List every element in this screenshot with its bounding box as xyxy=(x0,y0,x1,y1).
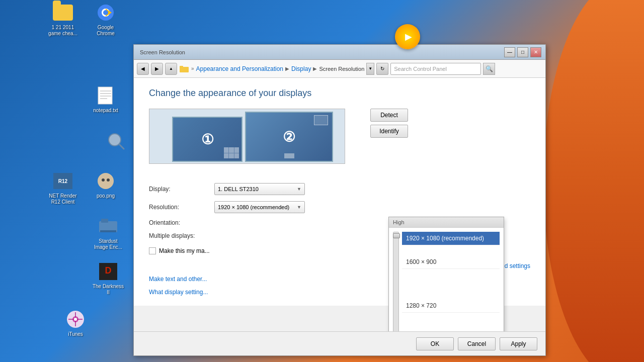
page-title: Change the appearance of your displays xyxy=(149,88,530,99)
desktop-icon-stardust[interactable]: StardustImage Enc... xyxy=(88,216,128,250)
monitor-1-number: ① xyxy=(201,131,214,148)
svg-rect-14 xyxy=(101,219,108,223)
desktop-icons-area: 1 21 2011game chea... GoogleChrome xyxy=(0,0,136,362)
detect-identify-buttons: Detect Identify xyxy=(370,109,408,138)
refresh-button[interactable]: ↻ xyxy=(376,63,388,75)
apply-button[interactable]: Apply xyxy=(500,337,537,350)
up-button[interactable]: ▲ xyxy=(165,63,177,75)
forward-button[interactable]: ▶ xyxy=(151,63,163,75)
make-text-link[interactable]: Make text and other... xyxy=(149,276,207,283)
desktop-icon-gamecheat[interactable]: 1 21 2011game chea... xyxy=(43,3,83,37)
play-button[interactable] xyxy=(395,24,420,49)
detect-button[interactable]: Detect xyxy=(370,109,408,122)
desktop-icon-chrome[interactable]: GoogleChrome xyxy=(86,3,126,37)
breadcrumb-display[interactable]: Display xyxy=(291,65,311,72)
monitor-1[interactable]: ① xyxy=(172,117,243,162)
display-preview: ① ② xyxy=(149,109,345,164)
breadcrumb-arrow-1: ▶ xyxy=(285,66,289,71)
search-box[interactable]: Search Control Panel xyxy=(390,63,481,75)
breadcrumb-current: Screen Resolution xyxy=(319,66,364,72)
identify-button[interactable]: Identify xyxy=(370,125,408,138)
svg-point-22 xyxy=(74,318,77,321)
svg-rect-24 xyxy=(180,66,183,68)
res-slider-track[interactable] xyxy=(393,232,399,331)
desktop-wallpaper-blob xyxy=(543,0,644,362)
monitor-2-bottom xyxy=(284,153,294,158)
res-slider-area: 1920 × 1080 (recommended) 1600 × 900 128… xyxy=(389,228,504,331)
desktop-icon-notepad[interactable]: notepad.txt xyxy=(86,85,126,114)
address-bar: ◀ ▶ ▲ » Appearance and Personalization ▶… xyxy=(134,60,545,78)
breadcrumb-dropdown-button[interactable]: ▼ xyxy=(366,63,374,75)
screen-resolution-window: Screen Resolution — □ ✕ ◀ ▶ ▲ » Appearan… xyxy=(133,44,546,356)
display-dropdown-arrow: ▼ xyxy=(297,187,301,192)
make-main-label: Make this my ma... xyxy=(159,247,210,254)
search-placeholder: Search Control Panel xyxy=(394,66,447,72)
minimize-button[interactable]: — xyxy=(504,47,515,57)
monitor-1-grid xyxy=(224,147,239,158)
breadcrumb-appearance[interactable]: Appearance and Personalization xyxy=(196,65,283,72)
resolution-dropdown-panel: High 1920 × 1080 (recommended) 1600 × 90… xyxy=(388,217,504,331)
res-option-1280[interactable]: 644 × 362 xyxy=(402,299,500,313)
display-label: Display: xyxy=(149,186,209,193)
back-button[interactable]: ◀ xyxy=(137,63,149,75)
search-button[interactable]: 🔍 xyxy=(483,63,495,75)
monitor-2-number: ② xyxy=(283,129,295,145)
resolution-dropdown-arrow: ▼ xyxy=(297,205,301,210)
display-value: 1. DELL ST2310 xyxy=(218,186,259,192)
res-option-1920[interactable]: 1920 × 1080 (recommended) xyxy=(402,232,500,245)
res-option-1600[interactable]: 1600 × 900 xyxy=(402,255,500,269)
svg-point-9 xyxy=(102,178,105,182)
display-row: Display: 1. DELL ST2310 ▼ xyxy=(149,183,530,195)
make-main-checkbox[interactable] xyxy=(149,247,156,254)
res-options-list: 1920 × 1080 (recommended) 1600 × 900 128… xyxy=(402,232,500,331)
desktop-icon-magnifier[interactable] xyxy=(96,131,136,153)
title-bar: Screen Resolution — □ ✕ xyxy=(134,45,545,60)
desktop-icon-poo[interactable]: poo.png xyxy=(86,171,126,199)
window-content-wrapper: Change the appearance of your displays ① xyxy=(134,78,545,331)
window-title: Screen Resolution xyxy=(140,49,185,55)
desktop: 1 21 2011game chea... GoogleChrome xyxy=(0,0,644,362)
button-bar: OK Cancel Apply xyxy=(134,331,545,355)
svg-point-10 xyxy=(107,178,110,182)
resolution-row: Resolution: 1920 × 1080 (recommended) ▼ xyxy=(149,201,530,213)
svg-line-12 xyxy=(119,144,124,149)
desktop-icon-darkness[interactable]: D The DarknessII xyxy=(88,261,128,296)
title-bar-controls: — □ ✕ xyxy=(504,47,541,57)
multiple-displays-label: Multiple displays: xyxy=(149,232,209,239)
svg-point-8 xyxy=(98,173,114,189)
ok-button[interactable]: OK xyxy=(416,337,454,350)
display-preview-row: ① ② xyxy=(149,109,530,174)
resolution-label: Resolution: xyxy=(149,204,209,211)
svg-text:D: D xyxy=(105,265,112,276)
cancel-button[interactable]: Cancel xyxy=(458,337,496,350)
display-dropdown[interactable]: 1. DELL ST2310 ▼ xyxy=(214,183,305,195)
what-display-link[interactable]: What display setting... xyxy=(149,289,208,296)
monitor-2[interactable]: ② xyxy=(245,112,333,162)
resolution-value: 1920 × 1080 (recommended) xyxy=(218,204,289,210)
breadcrumb-separator-1: » xyxy=(191,66,194,71)
monitor-2-mini xyxy=(314,115,328,125)
desktop-icon-itunes[interactable]: iTunes xyxy=(55,309,96,337)
folder-icon xyxy=(179,64,189,74)
svg-rect-3 xyxy=(98,87,112,104)
svg-rect-15 xyxy=(100,230,116,232)
close-button[interactable]: ✕ xyxy=(530,47,541,57)
svg-point-2 xyxy=(103,10,108,15)
res-slider-thumb[interactable] xyxy=(393,233,400,238)
res-dropdown-header: High xyxy=(389,217,504,228)
orientation-label: Orientation: xyxy=(149,219,209,226)
maximize-button[interactable]: □ xyxy=(517,47,528,57)
desktop-icon-netrender[interactable]: R12 NET RenderR12 Client xyxy=(43,171,83,205)
breadcrumb-arrow-2: ▶ xyxy=(313,66,317,71)
resolution-dropdown-trigger[interactable]: 1920 × 1080 (recommended) ▼ xyxy=(214,201,305,213)
